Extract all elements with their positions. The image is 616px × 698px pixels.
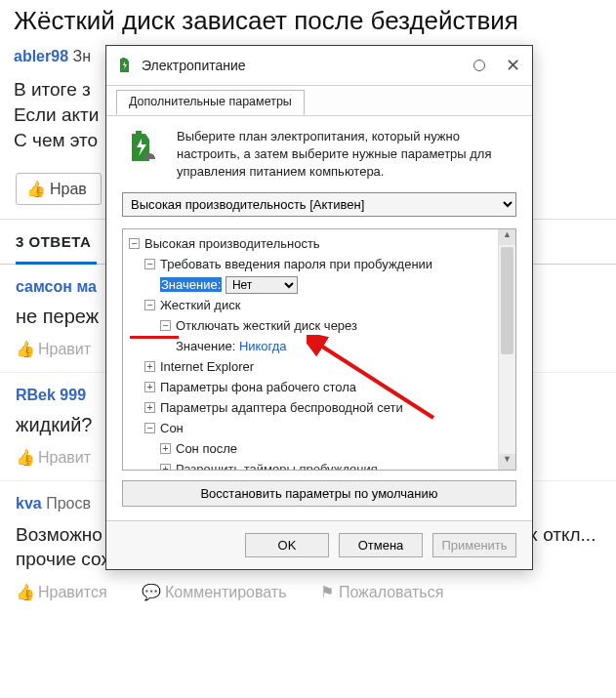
expand-icon[interactable]: + [144,361,155,372]
collapse-icon[interactable]: − [144,300,155,310]
dialog-intro: Выберите план электропитания, который ну… [122,128,516,181]
thumb-up-icon: 👍 [16,341,35,357]
tree-value-password: Значение: Нет [129,274,494,295]
svg-rect-0 [122,58,125,60]
tree-node-wifi[interactable]: +Параметры адаптера беспроводной сети [129,397,494,418]
scrollbar[interactable]: ▲ ▼ [498,229,515,470]
expand-icon[interactable]: + [160,443,171,454]
tree-node-hdd[interactable]: −Жесткий диск [129,295,494,315]
author-link[interactable]: самсон ма [16,278,97,295]
power-options-dialog: Электропитание ✕ Дополнительные параметр… [105,45,533,570]
tree-node-sleep-after[interactable]: +Сон после [129,438,494,459]
tree-node-sleep[interactable]: −Сон [129,418,494,438]
tree-node-ie[interactable]: +Internet Explorer [129,356,494,377]
complain-action[interactable]: Пожаловаться [339,584,443,600]
apply-button[interactable]: Применить [432,533,516,557]
collapse-icon[interactable]: − [144,259,155,269]
battery-icon [122,128,161,167]
tree-node-root[interactable]: −Высокая производительность [129,233,494,254]
titlebar[interactable]: Электропитание ✕ [106,46,532,85]
author-role: Просв [46,495,91,512]
tree-node-hdd-off[interactable]: −Отключать жесткий диск через [129,315,494,336]
author-link[interactable]: kva [16,495,42,512]
highlight-line [130,336,179,339]
asker-link[interactable]: abler98 [14,48,68,64]
thumb-up-icon: 👍 [16,449,35,466]
password-value-select[interactable]: Нет [226,276,298,294]
power-plan-icon [116,57,134,74]
restore-defaults-button[interactable]: Восстановить параметры по умолчанию [122,480,516,507]
settings-tree: −Высокая производительность −Требовать в… [122,228,516,471]
svg-rect-1 [136,131,142,135]
plan-select[interactable]: Высокая производительность [Активен] [122,192,516,217]
expand-icon[interactable]: + [160,464,171,470]
ok-button[interactable]: OK [245,533,329,557]
close-button[interactable]: ✕ [499,52,526,79]
collapse-icon[interactable]: − [129,238,140,249]
thumb-up-icon: 👍 [26,181,46,197]
expand-icon[interactable]: + [144,402,155,413]
page-title: Жёсткий диск зависает после бездействия [0,0,616,46]
dialog-footer: OK Отмена Применить [106,520,532,569]
collapse-icon[interactable]: − [144,423,155,433]
expand-icon[interactable]: + [144,382,155,392]
flag-icon: ⚑ [320,584,334,600]
author-link[interactable]: RBek 999 [16,387,86,403]
collapse-icon[interactable]: − [160,320,171,331]
comment-icon: 💬 [142,584,161,600]
scroll-up-icon[interactable]: ▲ [499,229,515,245]
scroll-thumb[interactable] [501,247,513,354]
tab-bar: Дополнительные параметры [106,85,532,116]
cancel-button[interactable]: Отмена [339,533,423,557]
tab-advanced[interactable]: Дополнительные параметры [116,90,305,115]
dialog-description: Выберите план электропитания, который ну… [177,128,516,181]
tree-node-bg[interactable]: +Параметры фона рабочего стола [129,377,494,397]
hdd-value-link[interactable]: Никогда [239,339,287,353]
comment-action[interactable]: Комментировать [165,584,287,600]
window-title: Электропитание [142,58,460,73]
like-action[interactable]: Нравит [38,341,91,357]
tree-node-password[interactable]: −Требовать введения пароля при пробужден… [129,254,494,274]
like-action[interactable]: Нравит [38,449,91,466]
thumb-up-icon: 👍 [16,584,35,600]
like-action[interactable]: Нравится [38,584,107,600]
answer-actions: 👍Нравится 💬 Комментировать ⚑ Пожаловатьс… [16,579,616,611]
minimize-button[interactable] [466,52,493,79]
value-label: Значение: [176,339,235,353]
tree-node-sleep-cut[interactable]: +Разрешить таймеры пробуждения [129,459,494,470]
like-button[interactable]: 👍Нрав [16,173,102,205]
scroll-down-icon[interactable]: ▼ [499,454,515,470]
asker-role: Зн [73,48,92,64]
value-label: Значение: [160,277,222,292]
tree-value-hdd: Значение: Никогда [129,336,494,356]
